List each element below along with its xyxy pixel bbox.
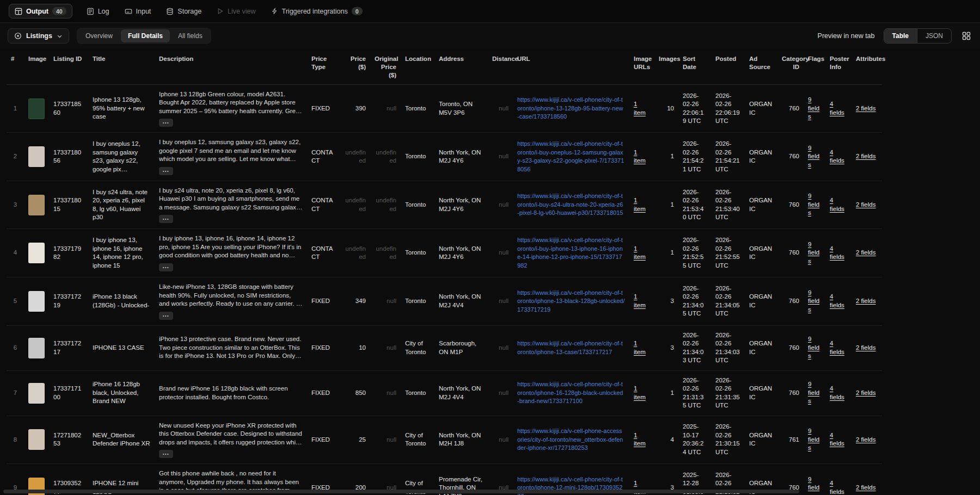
flags-expander[interactable]: 9 fields <box>808 428 819 451</box>
image-urls-expander[interactable]: 1 item <box>634 385 646 400</box>
horizontal-scrollbar[interactable] <box>3 490 977 493</box>
expand-description-button[interactable]: ••• <box>159 119 173 127</box>
column-header-image-urls: Image URLs <box>629 50 654 84</box>
horizontal-scrollbar-thumb[interactable] <box>3 490 799 493</box>
cell-location: Toronto <box>401 229 434 277</box>
tab-log[interactable]: Log <box>85 5 111 18</box>
listing-url-link[interactable]: https://www.kijiji.ca/v-cell-phone/city-… <box>517 96 623 120</box>
cell-location: City of Toronto <box>401 325 434 370</box>
expand-description-button[interactable]: ••• <box>159 450 173 458</box>
poster-info-expander[interactable]: 4 fields <box>830 245 844 261</box>
description-text: I buy oneplus 12, samsung galaxy s23, ga… <box>159 138 303 164</box>
dataset-selector-button[interactable]: Listings <box>8 28 69 44</box>
attributes-expander[interactable]: 2 fields <box>856 153 875 159</box>
cell-location: Toronto <box>401 84 434 133</box>
flags-expander[interactable]: 9 fields <box>808 336 819 359</box>
listing-thumbnail[interactable] <box>28 429 45 450</box>
poster-info-expander[interactable]: 4 fields <box>830 197 844 212</box>
listing-thumbnail[interactable] <box>28 98 45 119</box>
cell-images-count: 1 <box>654 229 678 277</box>
flags-expander[interactable]: 9 fields <box>808 96 819 120</box>
table-row: 71733717100iPhone 16 128gb black, Unlock… <box>7 370 882 416</box>
poster-info-expander[interactable]: 4 fields <box>830 149 844 164</box>
tab-input[interactable]: Input <box>124 5 152 18</box>
flags-expander[interactable]: 9 fields <box>808 241 819 264</box>
attributes-expander[interactable]: 2 fields <box>856 201 875 208</box>
cell-title: I buy oneplus 12, samsung galaxy s23, ga… <box>88 133 155 181</box>
expand-description-button[interactable]: ••• <box>159 263 173 271</box>
cell-ad-source: ORGANIC <box>745 277 777 326</box>
poster-info-expander[interactable]: 4 fields <box>830 293 844 308</box>
image-urls-expander[interactable]: 1 item <box>634 293 646 308</box>
attributes-expander[interactable]: 2 fields <box>856 298 875 304</box>
listing-thumbnail[interactable] <box>28 383 45 404</box>
image-urls-expander[interactable]: 1 item <box>634 101 646 116</box>
cell-poster-info: 4 fields <box>825 84 852 133</box>
image-urls-expander[interactable]: 1 item <box>634 432 646 447</box>
cell-image-urls: 1 item <box>629 325 654 370</box>
flags-expander[interactable]: 9 fields <box>808 289 819 313</box>
tab-all-fields[interactable]: All fields <box>171 29 210 42</box>
image-urls-expander[interactable]: 1 item <box>634 245 646 261</box>
cell-listing-id: 1733717100 <box>49 370 88 416</box>
triggered-integrations-badge: 0 <box>352 7 363 15</box>
cell-images-count: 1 <box>654 133 678 181</box>
cell-original-price: undefined <box>370 133 401 181</box>
image-urls-expander[interactable]: 1 item <box>634 149 646 164</box>
listing-thumbnail[interactable] <box>28 146 45 167</box>
listing-url-link[interactable]: https://www.kijiji.ca/v-cell-phone/city-… <box>517 193 623 216</box>
poster-info-expander[interactable]: 4 fields <box>830 101 844 116</box>
cell-distance: null <box>488 181 513 229</box>
poster-info-expander[interactable]: 4 fields <box>830 340 844 355</box>
cell-flags: 9 fields <box>804 370 825 416</box>
cell-price-type: FIXED <box>307 325 339 370</box>
cell-posted: 2026-02-26 21:34:05 UTC <box>711 277 745 326</box>
listing-url-link[interactable]: https://www.kijiji.ca/v-cell-phone/city-… <box>517 381 623 404</box>
listing-url-link[interactable]: https://www.kijiji.ca/v-cell-phone/city-… <box>517 237 623 269</box>
tab-triggered-integrations[interactable]: Triggered integrations 0 <box>270 4 364 18</box>
tab-storage[interactable]: Storage <box>165 5 203 18</box>
expand-description-button[interactable]: ••• <box>159 215 173 223</box>
cell-listing-id: 1733717217 <box>49 325 88 370</box>
tab-output[interactable]: Output 40 <box>9 4 72 18</box>
expand-description-button[interactable]: ••• <box>159 167 173 175</box>
expand-description-button[interactable]: ••• <box>159 312 173 320</box>
column-header-ad-source: Ad Source <box>745 50 777 84</box>
attributes-expander[interactable]: 2 fields <box>856 105 875 112</box>
listing-thumbnail[interactable] <box>28 243 45 263</box>
cell-image <box>24 416 49 464</box>
listing-url-link[interactable]: https://www.kijiji.ca/v-cell-phone-acces… <box>517 428 623 451</box>
listing-url-link[interactable]: https://www.kijiji.ca/v-cell-phone/city-… <box>517 340 623 355</box>
flags-expander[interactable]: 9 fields <box>808 381 819 404</box>
flags-expander[interactable]: 9 fields <box>808 145 819 168</box>
cell-original-price: null <box>370 416 401 464</box>
listing-url-link[interactable]: https://www.kijiji.ca/v-cell-phone/city-… <box>517 140 624 172</box>
attributes-expander[interactable]: 2 fields <box>856 249 875 256</box>
image-urls-expander[interactable]: 1 item <box>634 340 646 355</box>
image-urls-expander[interactable]: 1 item <box>634 197 646 212</box>
attributes-expander[interactable]: 2 fields <box>856 436 875 443</box>
attributes-expander[interactable]: 2 fields <box>856 344 875 351</box>
poster-info-expander[interactable]: 4 fields <box>830 385 844 400</box>
layout-grid-button[interactable] <box>960 30 972 42</box>
flags-expander[interactable]: 9 fields <box>808 193 819 216</box>
cell-address: North York, ON M2J 4Y6 <box>434 133 488 181</box>
json-view-button[interactable]: JSON <box>917 29 951 43</box>
preview-in-new-tab-link[interactable]: Preview in new tab <box>818 32 875 40</box>
cell-distance: null <box>488 277 513 326</box>
cell-images-count: 3 <box>654 325 678 370</box>
tab-full-details[interactable]: Full Details <box>121 29 170 42</box>
cell-address: North York, ON M2J 4Y6 <box>434 181 488 229</box>
cell-flags: 9 fields <box>804 181 825 229</box>
listing-thumbnail[interactable] <box>28 338 45 358</box>
attributes-expander[interactable]: 2 fields <box>856 389 875 396</box>
listing-thumbnail[interactable] <box>28 195 45 215</box>
listing-url-link[interactable]: https://www.kijiji.ca/v-cell-phone/city-… <box>517 289 625 313</box>
cell-image-urls: 1 item <box>629 277 654 326</box>
tab-overview[interactable]: Overview <box>78 29 120 42</box>
table-view-button[interactable]: Table <box>884 29 917 43</box>
column-header-sort-date: Sort Date <box>678 50 711 84</box>
listing-thumbnail[interactable] <box>28 291 45 312</box>
cell-images-count: 3 <box>654 277 678 326</box>
poster-info-expander[interactable]: 4 fields <box>830 432 844 447</box>
